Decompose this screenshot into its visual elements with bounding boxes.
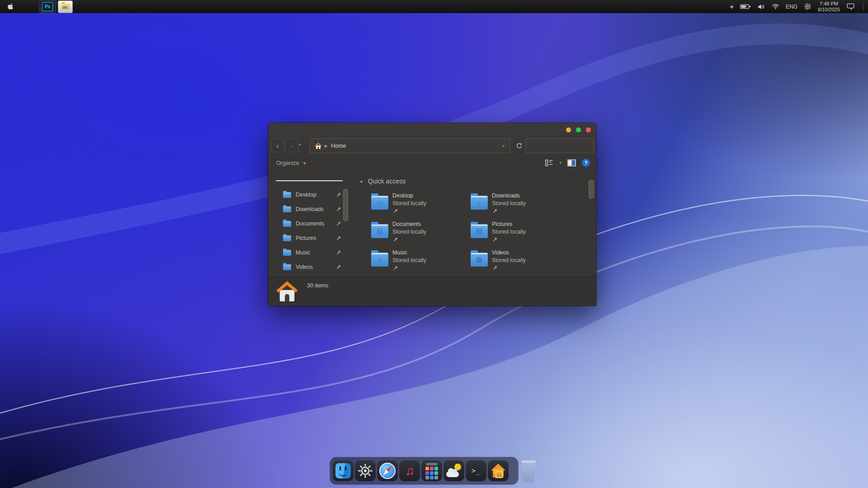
dock-weather-icon[interactable]	[443, 460, 464, 481]
address-bar[interactable]: ▶ Home ▾	[310, 138, 510, 153]
folder-icon: ♫	[371, 253, 388, 267]
file-explorer-window: ‹ › ▾ ▶ Home ▾ Organize ▼ ▾	[268, 123, 596, 306]
dock-terminal-icon[interactable]: >_	[466, 460, 486, 481]
sidebar-scrollbar-thumb[interactable]	[343, 189, 348, 221]
pin-icon	[335, 206, 341, 212]
item-count: 30 items	[307, 282, 328, 289]
pin-icon	[492, 208, 498, 214]
apple-menu[interactable]	[0, 0, 21, 13]
sidebar-item-music[interactable]: Music	[268, 245, 350, 260]
forward-button[interactable]: ›	[285, 139, 298, 152]
folder-tile-documents[interactable]: ▤ Documents Stored locally	[371, 218, 471, 246]
folder-icon	[283, 264, 291, 270]
folder-tile-videos[interactable]: ▦ Videos Stored locally	[471, 246, 570, 275]
minimize-button[interactable]	[566, 127, 571, 132]
folder-icon: ▦	[471, 253, 488, 267]
collapse-triangle-icon: ▲	[359, 179, 363, 183]
pin-icon	[335, 192, 341, 198]
folder-icon	[283, 250, 291, 256]
navigation-bar: ‹ › ▾ ▶ Home ▾	[268, 138, 596, 153]
sidebar-item-downloads[interactable]: Downloads	[268, 202, 350, 216]
notification-icon[interactable]	[846, 3, 855, 10]
folder-icon: ▭	[371, 196, 388, 210]
folder-tile-pictures[interactable]: ▨ Pictures Stored locally	[471, 218, 570, 246]
desktop: Ps + ENG 7:48 PM 8/10/2025	[0, 0, 868, 488]
sidebar-item-videos[interactable]: Videos	[268, 260, 350, 274]
back-button[interactable]: ‹	[271, 139, 284, 152]
date-label: 8/10/2025	[818, 7, 840, 13]
dock-launchpad-icon[interactable]	[421, 460, 442, 481]
wifi-icon[interactable]	[772, 3, 779, 10]
content-scrollbar-thumb[interactable]	[589, 180, 594, 199]
home-icon-large	[275, 280, 299, 303]
folder-tile-downloads[interactable]: ↓ Downloads Stored locally	[471, 189, 570, 218]
pin-icon	[335, 264, 341, 270]
dock-trash-icon[interactable]	[521, 460, 536, 482]
file-list-area: ▲ Quick access ▭ Desktop Stored locally …	[350, 174, 596, 277]
folder-icon	[283, 192, 291, 198]
pin-icon	[335, 250, 341, 256]
home-icon	[315, 142, 322, 150]
folder-icon	[283, 206, 291, 212]
menu-bar: Ps + ENG 7:48 PM 8/10/2025	[0, 0, 868, 13]
settings-gear-icon[interactable]	[804, 3, 811, 10]
dock-settings-icon[interactable]	[355, 460, 376, 481]
pin-icon	[492, 237, 498, 243]
organize-menu[interactable]: Organize ▼	[276, 160, 307, 166]
time-label: 7:48 PM	[820, 1, 838, 7]
sidebar: Desktop Downloads Documents Pictures	[268, 174, 350, 277]
dock-safari-icon[interactable]	[377, 460, 398, 481]
pin-icon	[492, 265, 498, 271]
photoshop-icon: Ps	[42, 2, 53, 11]
dock-home-app-icon[interactable]	[488, 460, 509, 481]
command-bar: Organize ▼ ▾ ?	[268, 156, 596, 172]
folder-icon: ▨	[471, 224, 488, 238]
language-indicator[interactable]: ENG	[786, 4, 797, 10]
pin-icon	[392, 208, 398, 214]
breadcrumb-location: Home	[331, 143, 346, 149]
folder-tile-music[interactable]: ♫ Music Stored locally	[371, 246, 471, 275]
folder-icon: ↓	[471, 196, 488, 210]
organize-chevron-icon: ▼	[302, 161, 307, 166]
battery-icon[interactable]	[740, 4, 751, 9]
pin-icon	[335, 221, 341, 227]
volume-icon[interactable]	[757, 3, 765, 11]
sidebar-item-desktop[interactable]: Desktop	[268, 188, 350, 202]
breadcrumb-arrow-icon: ▶	[325, 144, 328, 148]
address-dropdown-chevron-icon[interactable]: ▾	[502, 144, 505, 148]
search-box	[525, 138, 594, 153]
clock[interactable]: 7:48 PM 8/10/2025	[818, 1, 840, 12]
hidden-icons-chevron[interactable]: +	[730, 3, 734, 10]
preview-pane-icon[interactable]	[567, 159, 576, 167]
sidebar-separator	[276, 180, 343, 181]
maximize-button[interactable]	[576, 127, 581, 132]
dock: ♫ >_	[330, 457, 519, 485]
taskbar-explorer-button[interactable]	[58, 0, 73, 13]
pin-icon	[335, 235, 341, 241]
dock-music-icon[interactable]: ♫	[399, 460, 420, 481]
quick-access-header[interactable]: ▲ Quick access	[359, 178, 406, 185]
dock-finder-icon[interactable]	[333, 460, 354, 481]
folder-icon: ▤	[371, 224, 388, 238]
sidebar-item-pictures[interactable]: Pictures	[268, 231, 350, 245]
pin-icon	[392, 237, 398, 243]
folder-icon	[283, 235, 291, 241]
organize-label: Organize	[276, 160, 299, 166]
sidebar-item-documents[interactable]: Documents	[268, 216, 350, 231]
help-button[interactable]: ?	[582, 159, 590, 167]
explorer-folder-icon	[61, 4, 70, 9]
title-bar[interactable]	[268, 123, 596, 136]
view-options-chevron-icon[interactable]: ▾	[559, 160, 561, 165]
folder-tile-desktop[interactable]: ▭ Desktop Stored locally	[371, 189, 471, 218]
pin-icon	[392, 265, 398, 271]
section-title: Quick access	[368, 178, 406, 185]
refresh-button[interactable]	[513, 140, 525, 151]
folder-icon	[283, 221, 291, 227]
show-desktop-divider[interactable]	[863, 3, 863, 11]
close-button[interactable]	[586, 127, 591, 132]
search-input[interactable]	[526, 143, 601, 149]
history-chevron-icon[interactable]: ▾	[299, 142, 301, 147]
taskbar-photoshop-button[interactable]: Ps	[39, 0, 56, 13]
status-bar: 30 items	[268, 277, 596, 306]
view-options-icon[interactable]	[545, 159, 553, 167]
